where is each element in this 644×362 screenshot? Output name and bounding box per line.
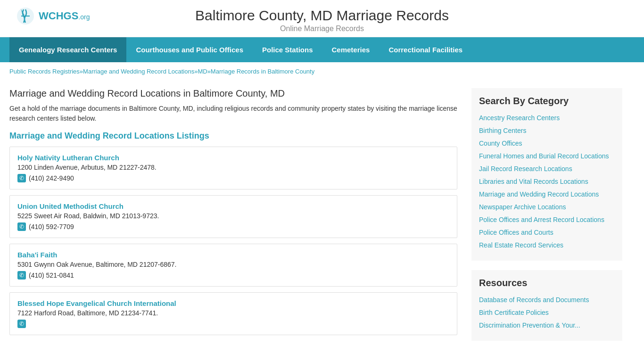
breadcrumb-link-4[interactable]: Marriage Records in Baltimore County	[211, 68, 314, 75]
sidebar-link-police-courts[interactable]: Police Offices and Courts	[479, 228, 615, 238]
phone-number: (410) 242-9490	[29, 174, 74, 182]
content-area: Marriage and Wedding Record Locations in…	[9, 81, 471, 350]
sidebar-link-ancestry[interactable]: Ancestry Research Centers	[479, 113, 615, 123]
site-header: WCHGS.org Baltimore County, MD Marriage …	[0, 0, 644, 37]
page-heading: Marriage and Wedding Record Locations in…	[9, 88, 457, 99]
resources-section: Resources Database of Records and Docume…	[471, 270, 622, 341]
listings-heading: Marriage and Wedding Record Locations Li…	[9, 131, 457, 141]
location-name[interactable]: Baha'i Faith	[17, 251, 449, 259]
breadcrumb: Public Records Registries»Marriage and W…	[0, 62, 644, 81]
location-phone: ✆ (410) 521-0841	[17, 271, 449, 280]
sidebar-link-discrimination[interactable]: Discrimination Prevention & Your...	[479, 321, 615, 330]
sidebar-link-funeral[interactable]: Funeral Homes and Burial Record Location…	[479, 151, 615, 161]
location-card: Baha'i Faith 5301 Gwynn Oak Avenue, Balt…	[9, 244, 457, 287]
nav-item-correctional[interactable]: Correctional Facilities	[379, 37, 472, 62]
nav-item-courthouses[interactable]: Courthouses and Public Offices	[126, 37, 253, 62]
sidebar-link-libraries[interactable]: Libraries and Vital Records Locations	[479, 177, 615, 187]
site-title: Baltimore County, MD Marriage Records	[195, 8, 449, 24]
nav-item-genealogy[interactable]: Genealogy Research Centers	[9, 37, 126, 62]
sidebar-link-marriage[interactable]: Marriage and Wedding Record Locations	[479, 189, 615, 199]
sidebar-link-database[interactable]: Database of Records and Documents	[479, 295, 615, 305]
resources-title: Resources	[479, 278, 615, 288]
site-subtitle: Online Marriage Records	[280, 25, 364, 33]
breadcrumb-link-2[interactable]: Marriage and Wedding Record Locations	[83, 68, 194, 75]
logo-text: WCHGS.org	[39, 10, 90, 22]
phone-number: (410) 521-0841	[29, 272, 74, 279]
nav-item-police[interactable]: Police Stations	[253, 37, 322, 62]
sidebar-link-real-estate[interactable]: Real Estate Record Services	[479, 240, 615, 250]
sidebar: Search By Category Ancestry Research Cen…	[471, 81, 622, 350]
sidebar-link-county[interactable]: County Offices	[479, 139, 615, 148]
location-phone: ✆ (410) 242-9490	[17, 174, 449, 182]
sidebar-link-birthing[interactable]: Birthing Centers	[479, 126, 615, 136]
location-address: 7122 Harford Road, Baltimore, MD 21234-7…	[17, 309, 449, 317]
main-layout: Marriage and Wedding Record Locations in…	[0, 81, 644, 350]
location-address: 5225 Sweet Air Road, Baldwin, MD 21013-9…	[17, 212, 449, 220]
phone-icon: ✆	[17, 222, 26, 231]
location-card: Union United Methodist Church 5225 Sweet…	[9, 195, 457, 238]
search-by-category-section: Search By Category Ancestry Research Cen…	[471, 88, 622, 261]
location-name[interactable]: Union United Methodist Church	[17, 202, 449, 210]
location-phone: ✆ (410) 592-7709	[17, 222, 449, 231]
location-name[interactable]: Blessed Hope Evangelical Church Internat…	[17, 299, 449, 307]
search-by-category-title: Search By Category	[479, 96, 615, 107]
breadcrumb-link-3[interactable]: MD	[198, 68, 207, 75]
logo-area[interactable]: WCHGS.org	[14, 5, 90, 27]
nav-item-cemeteries[interactable]: Cemeteries	[322, 37, 380, 62]
location-address: 5301 Gwynn Oak Avenue, Baltimore, MD 212…	[17, 261, 449, 268]
sidebar-link-police-arrest[interactable]: Police Offices and Arrest Record Locatio…	[479, 215, 615, 225]
phone-icon: ✆	[17, 271, 26, 280]
sidebar-link-birth-cert[interactable]: Birth Certificate Policies	[479, 308, 615, 318]
location-address: 1200 Linden Avenue, Arbutus, MD 21227-24…	[17, 164, 449, 171]
logo-icon	[14, 5, 37, 27]
sidebar-link-newspaper[interactable]: Newspaper Archive Locations	[479, 202, 615, 212]
page-description: Get a hold of the marriage documents in …	[9, 104, 457, 123]
breadcrumb-link-1[interactable]: Public Records Registries	[9, 68, 80, 75]
location-card: Blessed Hope Evangelical Church Internat…	[9, 292, 457, 335]
phone-number: (410) 592-7709	[29, 223, 74, 230]
main-nav: Genealogy Research Centers Courthouses a…	[0, 37, 644, 62]
location-card: Holy Nativity Lutheran Church 1200 Linde…	[9, 147, 457, 189]
location-phone: ✆	[17, 320, 449, 328]
phone-icon: ✆	[17, 320, 26, 328]
phone-icon: ✆	[17, 174, 26, 182]
sidebar-link-jail[interactable]: Jail Record Research Locations	[479, 164, 615, 174]
location-name[interactable]: Holy Nativity Lutheran Church	[17, 154, 449, 162]
